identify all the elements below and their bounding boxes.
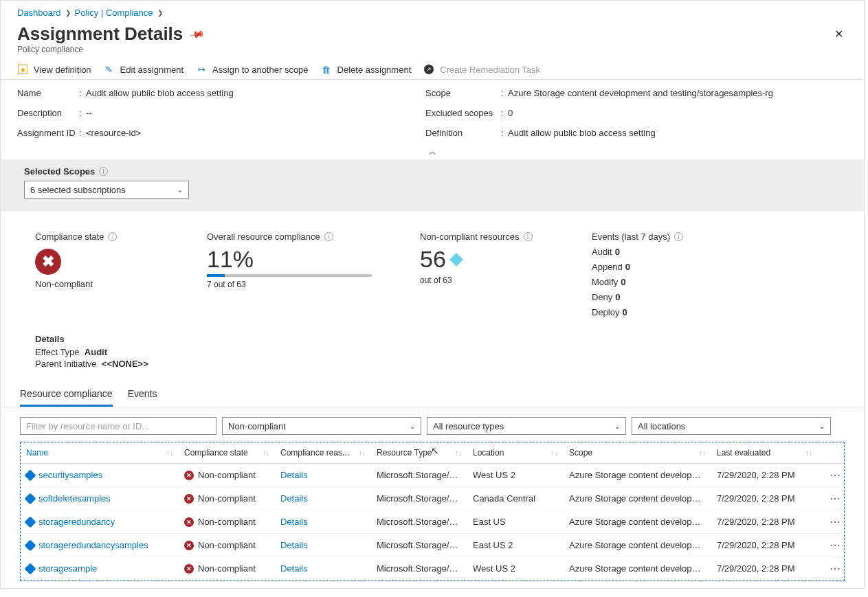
row-more-button[interactable]: ⋯: [818, 557, 844, 580]
row-more-button[interactable]: ⋯: [818, 510, 844, 533]
pin-icon[interactable]: 📌: [189, 26, 205, 42]
col-compliance[interactable]: Compliance state↑↓: [179, 442, 275, 463]
info-icon[interactable]: i: [99, 167, 108, 176]
view-definition-button[interactable]: ◉ View definition: [17, 64, 91, 75]
overall-compliance-label: Overall resource compliance: [207, 232, 320, 242]
table-row: securitysamples✕Non-compliantDetailsMicr…: [21, 464, 844, 487]
effect-value: Audit: [85, 347, 107, 357]
delete-assignment-button[interactable]: 🗑 Delete assignment: [321, 64, 412, 75]
filter-restype-dropdown[interactable]: All resource types⌄: [427, 417, 626, 435]
effect-label: Effect Type: [35, 347, 80, 357]
row-more-button[interactable]: ⋯: [818, 534, 844, 556]
info-icon[interactable]: i: [524, 232, 533, 241]
resource-icon: [25, 469, 36, 481]
filter-location-value: All locations: [638, 421, 685, 431]
scope-cell: Azure Storage content developme...: [564, 488, 711, 508]
event-deploy-label: Deploy: [592, 307, 619, 317]
last-eval-cell: 7/29/2020, 2:28 PM: [711, 559, 818, 578]
task-icon: ↗: [424, 65, 434, 74]
chevron-down-icon: ⌄: [177, 186, 183, 194]
chevron-down-icon: ⌄: [410, 423, 415, 430]
row-more-button[interactable]: ⋯: [818, 487, 844, 510]
restype-cell: Microsoft.Storage/st...: [371, 465, 467, 485]
compliance-cell: Non-compliant: [198, 540, 256, 550]
details-link[interactable]: Details: [275, 488, 371, 508]
assign-scope-label: Assign to another scope: [212, 65, 308, 75]
compliance-cell: Non-compliant: [198, 517, 256, 527]
last-eval-cell: 7/29/2020, 2:28 PM: [711, 512, 818, 532]
filter-compliance-value: Non-compliant: [228, 421, 286, 431]
filter-restype-value: All resource types: [433, 421, 504, 431]
info-icon[interactable]: i: [108, 232, 117, 241]
chevron-down-icon: ⌄: [614, 423, 620, 430]
resource-link[interactable]: softdeletesamples: [38, 493, 111, 504]
details-link[interactable]: Details: [275, 512, 371, 532]
edit-assignment-button[interactable]: ✎ Edit assignment: [104, 64, 184, 75]
chevron-right-icon: ❯: [65, 9, 71, 16]
event-append-value: 0: [625, 262, 630, 272]
assign-scope-button[interactable]: ↦ Assign to another scope: [196, 64, 308, 75]
row-more-button[interactable]: ⋯: [818, 464, 844, 486]
parent-label: Parent Initiative: [35, 359, 97, 369]
tab-events[interactable]: Events: [128, 383, 157, 407]
overall-compliance-sub: 7 out of 63: [207, 280, 379, 289]
edit-assignment-label: Edit assignment: [120, 65, 184, 75]
selected-scopes-dropdown[interactable]: 6 selected subscriptions ⌄: [24, 181, 189, 199]
table-row: storagesample✕Non-compliantDetailsMicros…: [21, 557, 844, 581]
noncompliant-label: Non-compliant resources: [420, 232, 520, 242]
noncompliant-badge-icon: ✕: [184, 564, 194, 574]
filter-name-input[interactable]: Filter by resource name or ID...: [20, 417, 216, 435]
resource-link[interactable]: securitysamples: [38, 470, 102, 480]
close-button[interactable]: ✕: [830, 23, 847, 45]
filter-compliance-dropdown[interactable]: Non-compliant⌄: [222, 417, 421, 435]
details-link[interactable]: Details: [275, 465, 371, 485]
col-name[interactable]: Name↑↓: [21, 442, 179, 463]
details-link[interactable]: Details: [275, 559, 371, 578]
col-actions: [818, 442, 852, 463]
sort-icon: ↑↓: [805, 449, 812, 457]
col-scope[interactable]: Scope↑↓: [564, 442, 711, 463]
page-title: Assignment Details: [17, 23, 183, 45]
location-cell: West US 2: [467, 559, 564, 578]
compliance-progress-bar: [207, 274, 372, 277]
details-link[interactable]: Details: [275, 535, 371, 555]
sort-icon: ↑↓: [263, 449, 269, 457]
resource-icon: [25, 539, 36, 551]
compliance-cell: Non-compliant: [198, 493, 256, 504]
resource-link[interactable]: storageredundancysamples: [38, 540, 148, 550]
tab-resource-compliance[interactable]: Resource compliance: [20, 383, 113, 407]
toolbar: ◉ View definition ✎ Edit assignment ↦ As…: [1, 60, 864, 80]
info-icon[interactable]: i: [674, 232, 683, 241]
event-deny-value: 0: [615, 292, 620, 302]
filter-location-dropdown[interactable]: All locations⌄: [632, 417, 831, 435]
kv-name-label: Name: [17, 88, 79, 98]
kv-scope-label: Scope: [425, 88, 501, 98]
horizontal-scrollbar[interactable]: [0, 589, 868, 597]
cube-icon: [449, 253, 463, 267]
noncompliant-badge-icon: ✕: [184, 471, 194, 480]
kv-name-value: Audit allow public blob access setting: [86, 88, 425, 98]
noncompliant-sub: out of 63: [420, 275, 550, 285]
last-eval-cell: 7/29/2020, 2:28 PM: [711, 488, 818, 508]
collapse-section-toggle[interactable]: ︽: [1, 146, 864, 159]
event-modify-value: 0: [621, 277, 625, 287]
col-last[interactable]: Last evaluated↑↓: [711, 442, 818, 463]
col-location[interactable]: Location↑↓: [467, 442, 564, 463]
selected-scopes-value: 6 selected subscriptions: [30, 185, 126, 195]
event-append-label: Append: [592, 262, 623, 272]
breadcrumb-policy[interactable]: Policy | Compliance: [75, 8, 153, 18]
col-reason[interactable]: Compliance reas...↑↓: [275, 442, 371, 463]
restype-cell: Microsoft.Storage/st...: [371, 512, 467, 532]
info-icon[interactable]: i: [324, 232, 333, 241]
table-row: softdeletesamples✕Non-compliantDetailsMi…: [21, 487, 844, 510]
definition-icon: ◉: [18, 65, 27, 74]
breadcrumb-dashboard[interactable]: Dashboard: [17, 8, 61, 18]
noncompliant-badge-icon: ✕: [184, 541, 194, 550]
resource-link[interactable]: storagesample: [38, 563, 97, 574]
restype-cell: Microsoft.Storage/st...: [371, 535, 467, 555]
resource-link[interactable]: storageredundancy: [38, 517, 115, 527]
noncompliant-count: 56: [420, 246, 446, 273]
location-cell: East US 2: [467, 535, 564, 555]
col-restype[interactable]: Resource Type↑↓: [371, 442, 467, 463]
sort-icon: ↑↓: [359, 449, 366, 457]
